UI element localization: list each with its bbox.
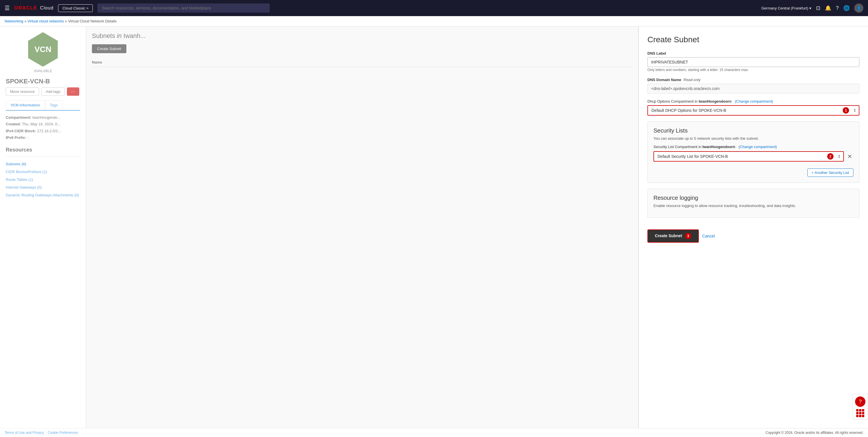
tab-tags[interactable]: Tags bbox=[45, 100, 63, 110]
vcn-icon-label: VCN bbox=[34, 45, 52, 54]
dns-domain-group: DNS Domain Name Read-only <dns-label>.sp… bbox=[647, 78, 859, 93]
resource-list: Subnets (0) CIDR Blocks/Prefixes (1) Rou… bbox=[6, 160, 80, 199]
dhcp-compartment-label: Dhcp Options Compartment in IwanHoogendo… bbox=[647, 99, 859, 104]
search-input[interactable] bbox=[97, 3, 270, 13]
create-subnet-button[interactable]: Create Subnet 3 bbox=[647, 229, 699, 243]
dns-label-group: DNS Label Only letters and numbers, star… bbox=[647, 51, 859, 72]
dhcp-options-group: Dhcp Options Compartment in IwanHoogendo… bbox=[647, 99, 859, 116]
user-avatar[interactable]: 👤 bbox=[854, 3, 863, 13]
dns-domain-value: <dns-label>.spokevcnb.oraclevcn.com bbox=[647, 84, 859, 93]
move-resource-button[interactable]: Move resource bbox=[6, 87, 39, 96]
subnets-title: Subnets bbox=[92, 32, 115, 40]
security-change-compartment-link[interactable]: (Change compartment) bbox=[739, 145, 777, 149]
resources-title: Resources bbox=[6, 147, 80, 153]
vcn-information: Compartment: IwanHoogendo... Created: Th… bbox=[6, 114, 80, 141]
help-widget-grid bbox=[856, 409, 864, 417]
security-list-select[interactable]: Default Security List for SPOKE-VCN-B bbox=[653, 151, 844, 162]
vcn-status: AVAILABLE bbox=[6, 69, 80, 73]
resource-logging-desc: Enable resource logging to allow resourc… bbox=[653, 204, 854, 208]
security-lists-section: Security Lists You can associate up to 5… bbox=[647, 121, 859, 183]
security-badge: 2 bbox=[827, 153, 834, 159]
cancel-button[interactable]: Cancel bbox=[702, 234, 715, 238]
dhcp-select-wrapper: Default DHCP Options for SPOKE-VCN-B 1 ⇕ bbox=[647, 105, 859, 116]
vcn-hexagon-icon: VCN bbox=[26, 32, 60, 67]
security-lists-desc: You can associate up to 5 network securi… bbox=[653, 136, 854, 141]
dns-domain-label: DNS Domain Name bbox=[647, 78, 681, 82]
region-selector[interactable]: Germany Central (Frankfurt) ▾ bbox=[762, 6, 811, 10]
resource-logging-title: Resource logging bbox=[653, 195, 854, 201]
bell-icon[interactable]: 🔔 bbox=[825, 5, 831, 11]
resource-item-cidr[interactable]: CIDR Blocks/Prefixes (1) bbox=[6, 168, 80, 176]
vcn-toolbar: Move resource Add tags ⋯ bbox=[6, 87, 80, 96]
subnets-in: in bbox=[117, 32, 122, 40]
resource-item-route-tables[interactable]: Route Tables (1) bbox=[6, 176, 80, 183]
help-widget[interactable]: ? bbox=[852, 394, 868, 420]
tab-vcn-information[interactable]: VCN Information bbox=[6, 100, 45, 110]
security-compartment-label: Security List Compartment in IwanHoogend… bbox=[653, 145, 854, 149]
cookie-link[interactable]: Cookie Preferences bbox=[48, 431, 78, 435]
breadcrumb-vcn[interactable]: Virtual cloud networks bbox=[28, 19, 64, 23]
resource-item-subnets[interactable]: Subnets (0) bbox=[6, 160, 80, 168]
resource-item-drg[interactable]: Dynamic Routing Gateways Attachments (0) bbox=[6, 191, 80, 199]
dns-label-hint: Only letters and numbers, starting with … bbox=[647, 68, 859, 72]
breadcrumb: Networking » Virtual cloud networks » Vi… bbox=[0, 16, 868, 26]
resource-logging-section: Resource logging Enable resource logging… bbox=[647, 188, 859, 218]
security-select-wrapper: Default Security List for SPOKE-VCN-B 2 … bbox=[653, 151, 844, 162]
security-list-row: Default Security List for SPOKE-VCN-B 2 … bbox=[653, 151, 854, 162]
dhcp-badge: 1 bbox=[843, 107, 849, 114]
help-widget-icon: ? bbox=[855, 397, 865, 407]
help-icon[interactable]: ? bbox=[836, 5, 839, 11]
subnets-compartment: Iwanh... bbox=[124, 32, 146, 40]
create-subnet-button-center[interactable]: Create Subnet bbox=[92, 44, 126, 53]
terminal-icon[interactable]: ⊡ bbox=[816, 5, 820, 11]
resource-item-internet-gateways[interactable]: Internet Gateways (0) bbox=[6, 183, 80, 191]
copyright: Copyright © 2024, Oracle and/or its affi… bbox=[766, 431, 863, 435]
vcn-title: SPOKE-VCN-B bbox=[6, 78, 80, 85]
globe-icon[interactable]: 🌐 bbox=[843, 5, 849, 11]
delete-button[interactable]: ⋯ bbox=[67, 87, 79, 96]
terms-link[interactable]: Terms of Use and Privacy bbox=[5, 431, 44, 435]
dns-label-input[interactable] bbox=[647, 57, 859, 67]
main-layout: VCN AVAILABLE SPOKE-VCN-B Move resource … bbox=[0, 26, 868, 437]
dns-label-label: DNS Label bbox=[647, 51, 859, 56]
security-lists-title: Security Lists bbox=[653, 127, 854, 134]
add-security-list-button[interactable]: + Another Security List bbox=[807, 169, 854, 177]
nav-right-section: Germany Central (Frankfurt) ▾ ⊡ 🔔 ? 🌐 👤 bbox=[762, 3, 863, 13]
dhcp-options-select[interactable]: Default DHCP Options for SPOKE-VCN-B bbox=[647, 105, 859, 116]
oracle-logo: ORACLE Cloud bbox=[14, 5, 54, 11]
table-header-name: Name bbox=[92, 58, 632, 67]
create-subnet-badge: 3 bbox=[685, 233, 691, 239]
cloud-classic-button[interactable]: Cloud Classic > bbox=[58, 4, 93, 12]
add-tags-button[interactable]: Add tags bbox=[41, 87, 65, 96]
form-actions: Create Subnet 3 Cancel bbox=[647, 225, 859, 243]
top-navigation: ☰ ORACLE Cloud Cloud Classic > Germany C… bbox=[0, 0, 868, 16]
panel-title: Create Subnet bbox=[647, 35, 859, 44]
hamburger-icon[interactable]: ☰ bbox=[5, 5, 10, 11]
dns-domain-readonly-label: Read-only bbox=[684, 78, 701, 82]
left-panel: VCN AVAILABLE SPOKE-VCN-B Move resource … bbox=[0, 26, 86, 437]
center-panel: Subnets in Iwanh... Create Subnet Name bbox=[86, 26, 638, 437]
footer: Terms of Use and Privacy Cookie Preferen… bbox=[0, 428, 868, 437]
remove-security-list-button[interactable]: ✕ bbox=[846, 152, 854, 161]
breadcrumb-networking[interactable]: Networking bbox=[5, 19, 23, 23]
dhcp-change-compartment-link[interactable]: (Change compartment) bbox=[735, 99, 773, 104]
create-subnet-panel: Create Subnet DNS Label Only letters and… bbox=[638, 26, 868, 437]
breadcrumb-detail: Virtual Cloud Network Details bbox=[68, 19, 117, 23]
